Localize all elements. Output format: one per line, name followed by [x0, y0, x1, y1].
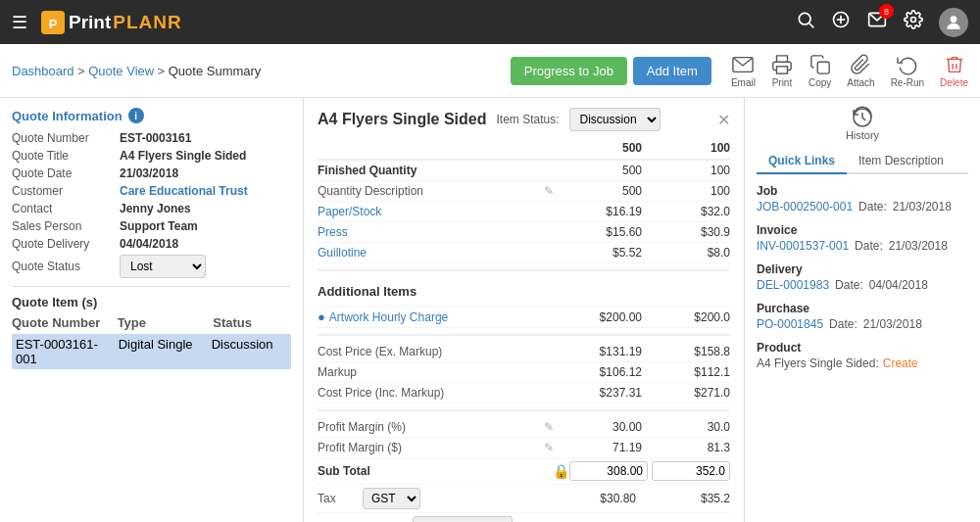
nav-right: 8	[796, 8, 968, 37]
email-button[interactable]: Email	[731, 54, 756, 88]
field-quote-delivery-label: Quote Delivery	[12, 237, 120, 251]
press-label[interactable]: Press	[318, 225, 554, 239]
search-icon[interactable]	[796, 10, 815, 34]
ql-invoice-row: INV-0001537-001 Date: 21/03/2018	[757, 239, 968, 253]
col-header-number: Quote Number	[12, 315, 110, 330]
ql-product-create[interactable]: Create	[883, 356, 918, 370]
profit-pct-edit-icon[interactable]: ✎	[544, 420, 554, 434]
col-header-type: Type	[118, 315, 206, 330]
tax-select[interactable]: GST None	[363, 488, 420, 509]
lock-icon[interactable]: 🔒	[553, 463, 569, 479]
subtotal-label: Sub Total	[318, 464, 553, 478]
hamburger-icon[interactable]: ☰	[12, 12, 27, 33]
tabs-row: Quick Links Item Description	[757, 149, 968, 174]
center-panel: A4 Flyers Single Sided Item Status: Disc…	[304, 98, 745, 522]
avatar[interactable]	[939, 8, 968, 37]
logo: P Print PLANR	[39, 9, 182, 36]
delete-button[interactable]: Delete	[940, 54, 968, 88]
pt-col2-header: 100	[642, 141, 730, 155]
table-row[interactable]: EST-0003161-001 Digital Single Discussio…	[12, 334, 291, 369]
pt-col1-header: 500	[554, 141, 642, 155]
tax-label: Tax	[318, 492, 357, 505]
quote-status-select[interactable]: Lost Open Won Cancelled	[120, 255, 206, 278]
attach-icon	[850, 54, 871, 75]
rerun-label: Re-Run	[891, 77, 924, 88]
artwork-col2: $200.0	[642, 310, 730, 324]
tab-item-description[interactable]: Item Description	[847, 149, 956, 172]
print-label: Print	[772, 77, 793, 88]
paper-col1: $16.19	[554, 205, 642, 218]
copy-icon	[809, 54, 831, 75]
press-col1: $15.60	[554, 225, 642, 239]
ql-job-date-label: Date:	[858, 200, 887, 214]
right-panel: History Quick Links Item Description Job…	[745, 98, 980, 522]
history-button[interactable]: History	[757, 106, 968, 141]
delete-icon	[944, 54, 965, 75]
copy-label: Copy	[808, 77, 831, 88]
paper-col2: $32.0	[642, 205, 730, 218]
accounting-code-select[interactable]: 200 Sales 300 Revenue	[413, 516, 513, 522]
close-icon[interactable]: ✕	[717, 111, 730, 129]
add-icon[interactable]	[831, 10, 851, 34]
breadcrumb: Dashboard > Quote View > Quote Summary	[12, 64, 503, 78]
cost-inc-col1: $237.31	[554, 386, 642, 400]
separator2	[318, 334, 730, 336]
ql-job: Job JOB-0002500-001 Date: 21/03/2018	[757, 184, 968, 214]
field-quote-delivery: Quote Delivery 04/04/2018	[12, 237, 291, 251]
print-icon	[771, 54, 793, 75]
divider1	[12, 286, 291, 287]
progress-to-job-button[interactable]: Progress to Job	[511, 57, 627, 85]
paper-label[interactable]: Paper/Stock	[318, 205, 554, 218]
item-header: A4 Flyers Single Sided Item Status: Disc…	[318, 108, 730, 131]
subtotal-input-col1[interactable]	[569, 461, 648, 481]
field-sales-person: Sales Person Support Team	[12, 219, 291, 233]
field-quote-number-label: Quote Number	[12, 131, 120, 145]
ql-job-link[interactable]: JOB-0002500-001	[757, 200, 853, 214]
ql-delivery-link[interactable]: DEL-0001983	[757, 278, 829, 292]
ql-invoice-link[interactable]: INV-0001537-001	[757, 239, 849, 253]
qty-desc-edit-icon[interactable]: ✎	[544, 184, 554, 198]
item-status-select[interactable]: Discussion Approved Declined	[569, 108, 661, 131]
profit-dollar-edit-icon[interactable]: ✎	[544, 441, 554, 454]
artwork-label[interactable]: Artwork Hourly Charge	[329, 310, 554, 324]
print-button[interactable]: Print	[771, 54, 793, 88]
finished-qty-label: Finished Quantity	[318, 164, 554, 177]
add-item-button[interactable]: Add Item	[633, 57, 711, 85]
breadcrumb-sep1: >	[77, 64, 88, 78]
subtotal-input-col2[interactable]	[652, 461, 730, 481]
guillotine-col2: $8.0	[642, 246, 730, 260]
subtotal-row: Sub Total 🔒	[318, 458, 730, 485]
field-contact-label: Contact	[12, 202, 120, 215]
rerun-button[interactable]: Re-Run	[891, 54, 924, 88]
svg-rect-11	[776, 66, 787, 72]
breadcrumb-dashboard[interactable]: Dashboard	[12, 64, 74, 78]
additional-items-row: Additional Items	[318, 277, 730, 307]
press-col2: $30.9	[642, 225, 730, 239]
copy-button[interactable]: Copy	[808, 54, 831, 88]
ql-purchase-date: 21/03/2018	[863, 317, 922, 331]
cost-inc-col2: $271.0	[642, 386, 730, 400]
breadcrumb-quote-view[interactable]: Quote View	[88, 64, 154, 78]
ql-job-date: 21/03/2018	[893, 200, 952, 214]
profit-pct-row: Profit Margin (%) ✎ 30.00 30.0	[318, 417, 730, 438]
field-customer-value[interactable]: Care Educational Trust	[120, 184, 248, 198]
attach-button[interactable]: Attach	[847, 54, 874, 88]
info-icon[interactable]: i	[128, 108, 144, 123]
guillotine-label[interactable]: Guillotine	[318, 246, 554, 260]
field-quote-date-value: 21/03/2018	[120, 166, 178, 180]
ql-invoice-type: Invoice	[757, 223, 968, 237]
profit-dollar-row: Profit Margin ($) ✎ 71.19 81.3	[318, 438, 730, 458]
mail-icon[interactable]: 8	[866, 10, 888, 34]
ql-purchase-link[interactable]: PO-0001845	[757, 317, 823, 331]
ql-delivery-date-label: Date:	[835, 278, 863, 292]
tab-quick-links[interactable]: Quick Links	[757, 149, 847, 174]
history-label: History	[846, 129, 879, 141]
quote-info-title: Quote Information i	[12, 108, 291, 123]
row-number: EST-0003161-001	[16, 337, 111, 366]
item-title: A4 Flyers Single Sided	[318, 111, 487, 128]
markup-col1: $106.12	[554, 365, 642, 379]
field-sales-person-label: Sales Person	[12, 219, 120, 233]
item-status-label: Item Status:	[497, 113, 560, 126]
history-icon	[851, 106, 874, 129]
gear-icon[interactable]	[904, 10, 923, 34]
